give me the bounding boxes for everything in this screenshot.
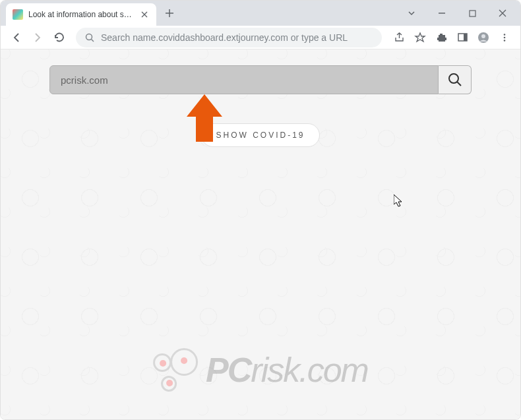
menu-icon[interactable]: [495, 28, 514, 47]
covid-button-label: SHOW COVID-19: [216, 131, 305, 140]
svg-rect-0: [470, 11, 475, 16]
profile-icon[interactable]: [474, 28, 493, 47]
sidepanel-icon[interactable]: [453, 28, 472, 47]
svg-point-5: [481, 34, 485, 38]
omnibox-placeholder: Search name.coviddashboard.extjourney.co…: [101, 32, 348, 43]
tab-strip: Look at information about spread: [1, 1, 520, 26]
svg-point-7: [504, 36, 506, 38]
svg-point-6: [504, 34, 506, 36]
tab-title: Look at information about spread: [28, 10, 134, 19]
bookmark-icon[interactable]: [411, 28, 429, 47]
svg-rect-3: [464, 34, 467, 41]
address-bar[interactable]: Search name.coviddashboard.extjourney.co…: [76, 28, 382, 47]
watermark-text: PCrisk.com: [206, 350, 368, 390]
close-tab-icon[interactable]: [139, 9, 150, 20]
window-controls: [399, 3, 515, 23]
watermark-logo: PCrisk.com: [153, 347, 368, 393]
search-button[interactable]: [439, 65, 472, 94]
maximize-button[interactable]: [460, 3, 485, 23]
share-icon[interactable]: [390, 28, 408, 47]
svg-point-8: [504, 40, 506, 42]
toolbar: Search name.coviddashboard.extjourney.co…: [1, 26, 520, 49]
search-input[interactable]: [49, 65, 439, 94]
minimize-button[interactable]: [429, 3, 454, 23]
forward-button[interactable]: [28, 28, 47, 47]
extensions-icon[interactable]: [432, 28, 450, 47]
cursor-icon: [394, 195, 404, 208]
browser-tab[interactable]: Look at information about spread: [6, 3, 156, 26]
chevron-down-icon[interactable]: [399, 3, 424, 23]
close-window-button[interactable]: [490, 3, 515, 23]
reload-button[interactable]: [49, 28, 68, 47]
watermark-icon: [153, 347, 199, 393]
arrow-annotation-icon: [187, 94, 222, 142]
svg-point-1: [86, 34, 92, 40]
page-content: SHOW COVID-19 PCrisk.com: [1, 49, 520, 419]
favicon-icon: [13, 9, 23, 20]
svg-point-9: [449, 74, 458, 83]
new-tab-button[interactable]: [160, 4, 179, 22]
search-icon: [85, 33, 94, 42]
search-bar: [49, 65, 472, 94]
back-button[interactable]: [7, 28, 26, 47]
magnifier-icon: [448, 73, 462, 87]
